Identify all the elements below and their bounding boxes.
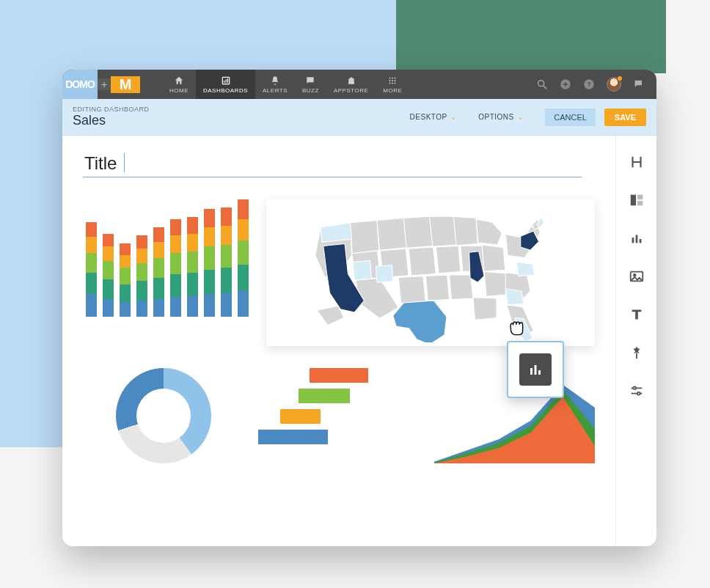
decorative-bg-green	[387, 0, 666, 73]
bell-icon	[270, 76, 280, 86]
chat-icon	[305, 76, 315, 86]
rail-settings[interactable]	[628, 382, 645, 400]
nav-right: ?	[536, 70, 656, 99]
home-icon	[174, 76, 184, 86]
workspace-badge[interactable]: M	[111, 76, 140, 93]
editing-subheader: EDITING DASHBOARD Sales DESKTOP ⌄ OPTION…	[62, 99, 656, 136]
editing-label: EDITING DASHBOARD	[73, 106, 150, 113]
brand-logo[interactable]: DOMO	[62, 70, 98, 99]
widget-stacked-bar[interactable]	[83, 199, 252, 346]
svg-point-4	[389, 77, 391, 78]
bar	[170, 219, 181, 317]
nav-buzz[interactable]: BUZZ	[295, 70, 326, 99]
bar	[136, 235, 147, 317]
app-window: DOMO + M HOME DASHBOARDS ALERTS BUZZ	[62, 70, 656, 546]
donut-chart	[116, 368, 211, 463]
hbar	[310, 368, 368, 383]
rail-layout[interactable]	[628, 191, 645, 209]
bar	[238, 199, 249, 317]
widget-us-map[interactable]	[266, 199, 595, 346]
svg-point-11	[392, 82, 393, 84]
svg-point-6	[395, 77, 396, 78]
bar	[204, 209, 215, 317]
us-map-icon	[299, 203, 563, 342]
search-icon[interactable]	[536, 78, 548, 90]
add-icon[interactable]	[560, 78, 571, 90]
view-mode-label: DESKTOP	[410, 113, 447, 121]
svg-rect-29	[639, 239, 641, 243]
svg-point-31	[633, 274, 635, 276]
hbar	[258, 430, 328, 444]
messages-icon[interactable]	[633, 78, 645, 90]
widget-hbars[interactable]	[258, 361, 419, 471]
svg-rect-2	[225, 79, 226, 83]
nav-label: MORE	[383, 87, 402, 94]
bar	[187, 217, 198, 317]
chevron-down-icon: ⌄	[450, 113, 457, 121]
bag-icon	[346, 76, 356, 86]
subheader-left: EDITING DASHBOARD Sales	[73, 106, 150, 128]
hbar	[299, 389, 350, 403]
bar	[103, 234, 114, 317]
svg-rect-24	[630, 195, 635, 206]
svg-point-34	[633, 387, 636, 390]
rail-header[interactable]	[628, 153, 645, 171]
rail-text[interactable]	[628, 306, 645, 323]
rail-image[interactable]	[628, 268, 645, 285]
workspace-add[interactable]: +	[98, 78, 111, 90]
svg-rect-25	[637, 195, 642, 199]
nav-label: DASHBOARDS	[203, 87, 248, 94]
svg-point-36	[637, 392, 640, 395]
svg-point-8	[392, 80, 393, 81]
nav-appstore[interactable]: APPSTORE	[326, 70, 376, 99]
dashboard-title-input[interactable]	[83, 150, 582, 177]
avatar[interactable]	[607, 77, 621, 92]
svg-rect-21	[530, 368, 532, 375]
bar	[86, 222, 97, 317]
dashboard-name: Sales	[73, 113, 150, 128]
chart-icon	[519, 353, 552, 386]
bar	[221, 207, 232, 317]
drag-chart-chip[interactable]	[507, 341, 564, 398]
svg-rect-26	[637, 201, 642, 205]
rail-chart[interactable]	[628, 229, 645, 247]
chevron-down-icon: ⌄	[517, 113, 524, 121]
svg-point-7	[389, 80, 391, 81]
svg-point-5	[392, 77, 393, 78]
bar	[120, 243, 131, 317]
dashboard-canvas[interactable]	[62, 136, 615, 546]
widget-donut[interactable]	[83, 361, 244, 471]
bar	[153, 227, 164, 317]
nav-label: APPSTORE	[334, 87, 368, 94]
tool-rail	[615, 136, 656, 546]
widget-grid	[83, 199, 595, 471]
top-navbar: DOMO + M HOME DASHBOARDS ALERTS BUZZ	[62, 70, 656, 99]
nav-home[interactable]: HOME	[162, 70, 196, 99]
nav-label: BUZZ	[302, 87, 319, 94]
nav-label: HOME	[169, 87, 189, 94]
nav-items: HOME DASHBOARDS ALERTS BUZZ APPSTORE MOR…	[162, 70, 409, 99]
svg-rect-3	[227, 78, 227, 83]
svg-point-13	[538, 81, 544, 87]
cancel-button[interactable]: CANCEL	[545, 109, 596, 126]
view-mode-dropdown[interactable]: DESKTOP ⌄	[410, 113, 457, 121]
nav-alerts[interactable]: ALERTS	[255, 70, 295, 99]
svg-text:?: ?	[587, 81, 591, 88]
options-dropdown[interactable]: OPTIONS ⌄	[478, 113, 523, 121]
svg-rect-28	[635, 235, 637, 243]
svg-point-12	[395, 82, 396, 84]
nav-label: ALERTS	[263, 87, 288, 94]
nav-more[interactable]: MORE	[376, 70, 409, 99]
dashboards-icon	[221, 76, 231, 86]
nav-dashboards[interactable]: DASHBOARDS	[196, 70, 255, 99]
rail-filter[interactable]	[628, 344, 645, 361]
text-caret	[124, 153, 125, 172]
save-button[interactable]: SAVE	[604, 109, 646, 126]
svg-line-14	[544, 86, 546, 89]
svg-rect-32	[636, 353, 637, 359]
svg-rect-22	[535, 365, 537, 375]
svg-rect-1	[224, 81, 224, 83]
help-icon[interactable]: ?	[583, 78, 595, 90]
svg-point-10	[389, 82, 391, 84]
hbar	[280, 409, 321, 424]
